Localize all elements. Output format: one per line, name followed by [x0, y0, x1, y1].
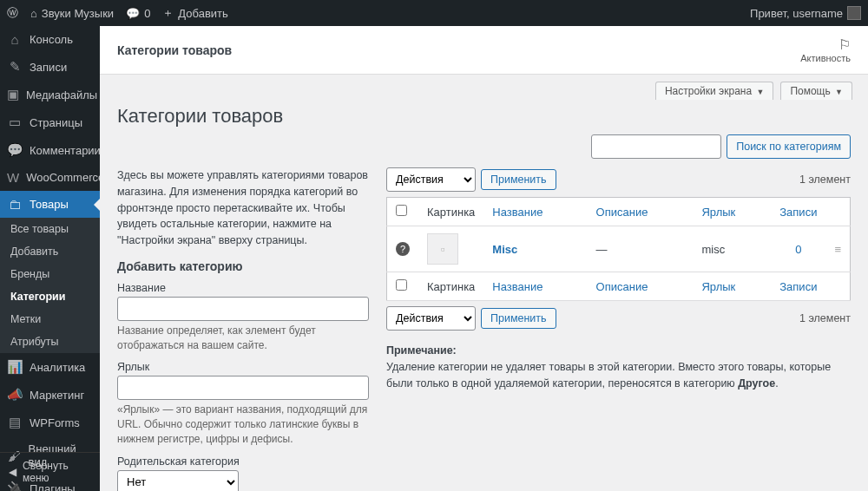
col-posts[interactable]: Записи	[771, 198, 825, 226]
parent-label: Родительская категория	[117, 455, 369, 468]
item-count-top: 1 элемент	[799, 173, 851, 186]
sidebar-item-6[interactable]: 🗀Товары	[0, 191, 100, 218]
submenu-item[interactable]: Метки	[0, 308, 100, 331]
name-desc: Название определяет, как элемент будет о…	[117, 324, 369, 353]
submenu-item[interactable]: Атрибуты	[0, 331, 100, 353]
slug-label: Ярлык	[117, 361, 369, 373]
menu-icon: 📊	[7, 359, 23, 375]
submenu-item[interactable]: Все товары	[0, 218, 100, 240]
add-category-heading: Добавить категорию	[117, 259, 369, 273]
sidebar-item-0[interactable]: ⌂Консоль	[0, 26, 100, 53]
select-all-top[interactable]	[396, 205, 407, 216]
page-title: Категории товаров	[117, 105, 851, 128]
slug-input[interactable]	[117, 376, 369, 400]
intro-text: Здесь вы можете управлять категориями то…	[117, 167, 369, 249]
menu-icon: ▣	[7, 87, 19, 102]
collapse-menu[interactable]: ◀ Свернуть меню	[0, 452, 100, 491]
comments-count[interactable]: 💬 0	[126, 7, 150, 20]
sidebar-item-8[interactable]: 📣Маркетинг	[0, 381, 100, 409]
submenu-item[interactable]: Добавить	[0, 240, 100, 263]
col-thumb: Картинка	[418, 198, 483, 226]
sidebar-item-4[interactable]: 💬Комментарии	[0, 136, 100, 164]
row-name-link[interactable]: Misc	[492, 243, 517, 256]
header-title: Категории товаров	[117, 43, 232, 57]
name-label: Название	[117, 282, 369, 294]
menu-icon: 📣	[7, 387, 23, 403]
bulk-action-select-bottom[interactable]: Действия	[386, 306, 476, 331]
table-row: ?▫Misc—misc0≡	[387, 226, 851, 272]
wp-logo[interactable]: ⓦ	[7, 5, 18, 21]
select-all-bottom[interactable]	[396, 279, 407, 291]
site-name[interactable]: ⌂ Звуки Музыки	[30, 7, 114, 20]
row-posts-link[interactable]: 0	[795, 243, 801, 256]
submenu-item[interactable]: Бренды	[0, 263, 100, 285]
menu-icon: ▭	[7, 115, 23, 130]
apply-button-top[interactable]: Применить	[481, 169, 556, 190]
sidebar-item-9[interactable]: ▤WPForms	[0, 409, 100, 436]
screen-options-tab[interactable]: Настройки экрана ▼	[655, 82, 773, 100]
row-desc: —	[588, 226, 694, 272]
search-button[interactable]: Поиск по категориям	[727, 134, 851, 159]
add-new[interactable]: ＋ Добавить	[162, 5, 227, 21]
col-slug[interactable]: Ярлык	[693, 198, 771, 226]
slug-desc: «Ярлык» — это вариант названия, подходящ…	[117, 403, 369, 446]
sidebar-item-2[interactable]: ▣Медиафайлы	[0, 81, 100, 108]
sidebar-item-3[interactable]: ▭Страницы	[0, 108, 100, 136]
col-desc[interactable]: Описание	[588, 198, 694, 226]
help-icon[interactable]: ?	[396, 242, 410, 256]
menu-icon: W	[7, 170, 19, 185]
menu-icon: ▤	[7, 415, 23, 430]
apply-button-bottom[interactable]: Применить	[481, 308, 556, 329]
menu-icon: 💬	[7, 142, 23, 158]
sidebar-item-1[interactable]: ✎Записи	[0, 53, 100, 81]
search-input[interactable]	[591, 134, 721, 159]
activity-panel[interactable]: ⚐ Активность	[800, 36, 851, 63]
note: Примечание: Удаление категории не удаляе…	[386, 343, 851, 391]
menu-icon: 🗀	[7, 197, 23, 212]
thumbnail-placeholder: ▫	[427, 233, 458, 265]
item-count-bottom: 1 элемент	[799, 312, 851, 324]
drag-handle-icon[interactable]: ≡	[825, 226, 850, 272]
menu-icon: ⌂	[7, 32, 23, 47]
name-input[interactable]	[117, 297, 369, 321]
col-name[interactable]: Название	[483, 198, 587, 226]
sidebar-item-5[interactable]: WWooCommerce	[0, 164, 100, 191]
flag-icon: ⚐	[800, 36, 851, 53]
menu-icon: ✎	[7, 59, 23, 75]
submenu-item[interactable]: Категории	[0, 285, 100, 308]
greeting[interactable]: Привет, username	[750, 6, 861, 20]
help-tab[interactable]: Помощь ▼	[780, 82, 852, 100]
bulk-action-select-top[interactable]: Действия	[386, 167, 476, 192]
avatar	[847, 6, 861, 20]
row-slug: misc	[693, 226, 771, 272]
parent-select[interactable]: Нет	[117, 470, 239, 491]
sidebar-item-7[interactable]: 📊Аналитика	[0, 353, 100, 381]
